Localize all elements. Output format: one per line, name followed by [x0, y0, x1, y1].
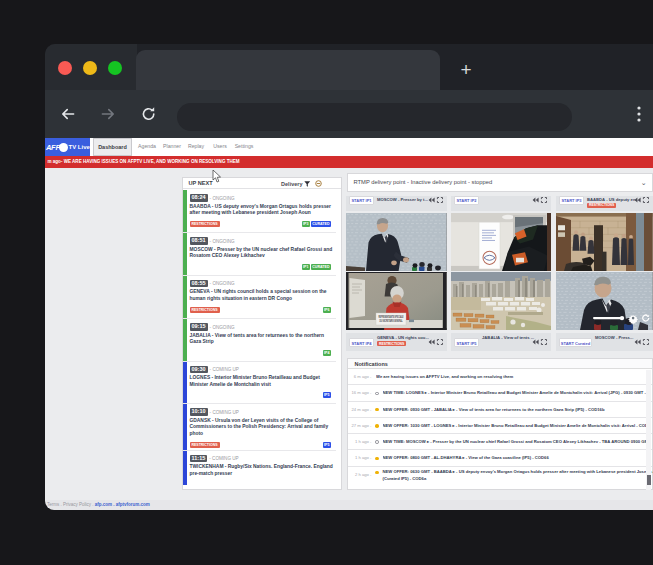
svg-text:REPRESENTANTE SPECIALE: REPRESENTANTE SPECIALE — [379, 315, 404, 319]
svg-text:DU SECRETAIRE GENERAL: DU SECRETAIRE GENERAL — [380, 319, 403, 323]
